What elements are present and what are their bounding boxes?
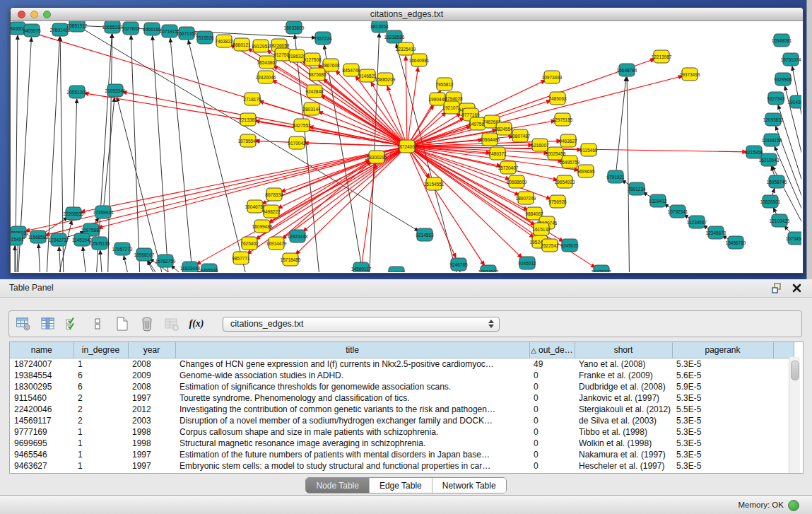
graph-node[interactable]: 19373493 xyxy=(680,68,700,81)
graph-edge[interactable] xyxy=(406,56,407,146)
table-cell[interactable]: Disruption of a novel member of a sodium… xyxy=(175,415,529,426)
graph-node[interactable]: 10548081 xyxy=(772,34,792,47)
graph-edge[interactable] xyxy=(361,164,376,269)
graph-node[interactable]: 2213383 xyxy=(239,113,257,126)
table-cell[interactable]: 1 xyxy=(73,358,128,370)
graph-node[interactable]: 16671358 xyxy=(177,27,197,40)
graph-node[interactable]: 21053346 xyxy=(105,84,126,97)
graph-node[interactable]: 9329966 xyxy=(774,73,792,86)
graph-node[interactable]: 10973493 xyxy=(542,71,563,83)
graph-edge[interactable] xyxy=(131,35,142,272)
table-cell[interactable]: Corpus callosum shape and size in male p… xyxy=(175,426,529,438)
graph-node[interactable]: 11568583 xyxy=(28,230,49,243)
table-cell[interactable]: 2 xyxy=(73,404,128,415)
table-cell[interactable]: Tourette syndrome. Phenomenology and cla… xyxy=(175,392,529,404)
graph-node[interactable]: 7463822 xyxy=(215,35,233,47)
graph-node[interactable]: 19654923 xyxy=(555,175,575,188)
table-scrollbar[interactable] xyxy=(789,357,800,473)
graph-node[interactable]: 12505135 xyxy=(90,237,110,250)
table-cell[interactable]: Estimation of significance thresholds fo… xyxy=(175,381,529,392)
table-row[interactable]: 1872400712008Changes of HCN gene express… xyxy=(10,358,794,370)
table-cell[interactable]: 1998 xyxy=(128,438,175,449)
graph-node[interactable]: 9245012 xyxy=(518,257,536,269)
table-cell[interactable]: 9777169 xyxy=(10,426,73,438)
graph-node[interactable]: 12345678 xyxy=(706,226,726,239)
column-header-in_degree[interactable]: in_degree xyxy=(73,342,128,358)
float-panel-icon[interactable] xyxy=(771,282,782,293)
graph-edge[interactable] xyxy=(38,244,43,272)
table-cell[interactable]: 9115460 xyxy=(10,392,73,404)
rows-icon[interactable] xyxy=(89,315,106,332)
table-row[interactable]: 1456911722003Disruption of a novel membe… xyxy=(10,415,794,426)
close-panel-icon[interactable] xyxy=(791,282,802,293)
network-view-window[interactable]: citations_edges.txt 18495071940557527691… xyxy=(10,7,804,274)
graph-node[interactable]: 9405575 xyxy=(23,24,41,37)
table-cell[interactable]: 5.5E-5 xyxy=(672,404,773,415)
graph-node[interactable]: 9115460 xyxy=(580,144,598,156)
graph-node[interactable]: 8813054 xyxy=(370,21,389,33)
table-cell[interactable]: Dudbridge et al. (2008) xyxy=(575,381,672,392)
table-cell[interactable]: 5.3E-5 xyxy=(672,415,773,426)
graph-node[interactable]: 9875685 xyxy=(308,68,326,81)
graph-node[interactable]: 8660121 xyxy=(233,38,251,51)
graph-node[interactable]: 9170042 xyxy=(288,136,306,149)
table-cell[interactable]: Franke et al. (2009) xyxy=(575,370,672,381)
graph-node[interactable]: 22420046 xyxy=(256,71,276,83)
table-row[interactable]: 946362711997Embryonic stem cells: a mode… xyxy=(10,460,794,472)
graph-node[interactable]: 16425301 xyxy=(592,265,612,272)
graph-node[interactable]: 16782759 xyxy=(155,255,176,267)
graph-node[interactable]: 9214563 xyxy=(416,228,434,241)
table-cell[interactable]: 0 xyxy=(529,392,575,404)
graph-node[interactable]: 11234567 xyxy=(687,216,707,228)
graph-edge[interactable] xyxy=(778,105,801,272)
table-cell[interactable]: 6 xyxy=(73,381,128,392)
graph-node[interactable]: 9127508 xyxy=(303,53,322,66)
graph-edge[interactable] xyxy=(407,146,551,199)
table-cell[interactable]: 5.3E-5 xyxy=(672,449,773,460)
row-select-icon[interactable] xyxy=(64,315,81,332)
graph-node[interactable]: 18724007 xyxy=(397,140,418,153)
graph-node[interactable]: 6466160 xyxy=(143,23,161,35)
graph-node[interactable]: 12213987 xyxy=(652,50,672,63)
column-header-short[interactable]: short xyxy=(575,342,672,358)
table-cell[interactable]: Stergiakouli et al. (2012) xyxy=(575,404,672,415)
table-cell[interactable]: 0 xyxy=(529,449,575,460)
graph-node[interactable]: 8912953 xyxy=(252,40,270,52)
graph-node[interactable]: 9246785 xyxy=(449,258,468,271)
table-cell[interactable]: 1 xyxy=(73,438,128,449)
table-cell[interactable]: 5.6E-5 xyxy=(672,370,773,381)
table-cell[interactable]: 2009 xyxy=(128,370,175,381)
graph-node[interactable]: 7485063 xyxy=(548,92,567,105)
graph-node[interactable]: 10755547 xyxy=(238,134,259,147)
table-cell[interactable]: 5.9E-5 xyxy=(672,381,773,392)
table-cell[interactable]: de Silva et al. (2003) xyxy=(575,415,672,426)
table-cell[interactable]: 19384554 xyxy=(10,370,73,381)
graph-node[interactable]: 10826501 xyxy=(760,195,781,208)
table-cell[interactable]: 0 xyxy=(529,404,575,415)
graph-node[interactable]: 9463621 xyxy=(387,267,406,272)
graph-edge[interactable] xyxy=(407,67,418,146)
table-cell[interactable]: 5.3E-5 xyxy=(672,392,773,404)
trash-icon[interactable] xyxy=(139,315,155,332)
graph-node[interactable]: 16640981 xyxy=(409,54,430,66)
graph-edge[interactable] xyxy=(627,77,630,272)
graph-node[interactable]: 17957273 xyxy=(112,243,133,255)
table-cell[interactable]: Estimation of the future numbers of pati… xyxy=(175,449,529,460)
graph-node[interactable]: 9242848 xyxy=(305,85,324,98)
graph-node[interactable]: 15720407 xyxy=(498,161,519,174)
table-cell[interactable]: Tibbo et al. (1998) xyxy=(575,426,672,438)
graph-node[interactable]: 18300295 xyxy=(367,151,387,163)
graph-node[interactable]: 9699695 xyxy=(577,165,595,177)
graph-edge[interactable] xyxy=(98,146,407,228)
graph-node[interactable]: 17359924 xyxy=(93,206,114,218)
table-cell[interactable]: 1997 xyxy=(128,460,175,472)
graph-node[interactable]: 16914479 xyxy=(266,237,287,250)
table-cell[interactable]: Genome-wide association studies in ADHD. xyxy=(175,370,529,381)
graph-node[interactable]: 12325419 xyxy=(396,42,416,55)
table-cell[interactable]: 0 xyxy=(529,370,575,381)
table-cell[interactable]: Nakamura et al. (1997) xyxy=(575,449,672,460)
graph-node[interactable]: 16099488 xyxy=(252,220,273,233)
graph-node[interactable]: 20551301 xyxy=(67,86,88,98)
table-cell[interactable]: Investigating the contribution of common… xyxy=(175,404,529,415)
graph-node[interactable]: 20851312 xyxy=(67,21,88,32)
